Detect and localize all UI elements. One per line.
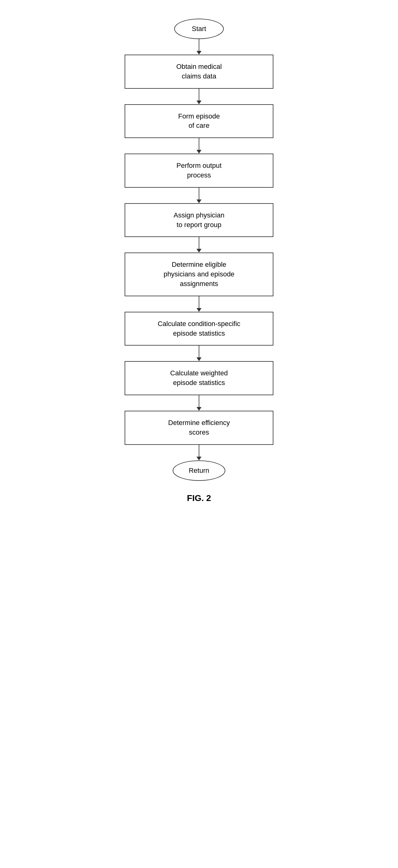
start-node: Start <box>174 19 224 39</box>
return-node: Return <box>173 460 225 481</box>
assign-label: Assign physicianto report group <box>174 211 224 229</box>
arrow-1 <box>197 39 201 55</box>
arrow-4 <box>197 188 201 203</box>
arrow-7 <box>197 346 201 361</box>
arrow-3 <box>197 138 201 154</box>
obtain-label: Obtain medicalclaims data <box>176 63 222 80</box>
calculate-weighted-label: Calculate weightedepisode statistics <box>170 369 228 386</box>
arrow-5 <box>197 237 201 252</box>
calculate-condition-label: Calculate condition-specificepisode stat… <box>158 320 240 337</box>
perform-label: Perform outputprocess <box>176 162 222 179</box>
calculate-weighted-node: Calculate weightedepisode statistics <box>125 361 273 395</box>
arrow-9 <box>197 445 201 460</box>
perform-node: Perform outputprocess <box>125 154 273 188</box>
assign-node: Assign physicianto report group <box>125 203 273 237</box>
determine-efficiency-node: Determine efficiencyscores <box>125 411 273 445</box>
figure-label: FIG. 2 <box>187 493 211 503</box>
arrow-8 <box>197 395 201 411</box>
return-label: Return <box>189 467 209 474</box>
form-label: Form episodeof care <box>178 112 220 130</box>
determine-eligible-label: Determine eligiblephysicians and episode… <box>164 260 235 287</box>
arrow-2 <box>197 89 201 104</box>
form-node: Form episodeof care <box>125 104 273 138</box>
determine-eligible-node: Determine eligiblephysicians and episode… <box>125 252 273 296</box>
obtain-node: Obtain medicalclaims data <box>125 55 273 89</box>
flowchart: Start Obtain medicalclaims data Form epi… <box>100 6 298 522</box>
arrow-6 <box>197 296 201 312</box>
calculate-condition-node: Calculate condition-specificepisode stat… <box>125 312 273 346</box>
determine-efficiency-label: Determine efficiencyscores <box>168 419 230 436</box>
start-label: Start <box>192 25 206 33</box>
